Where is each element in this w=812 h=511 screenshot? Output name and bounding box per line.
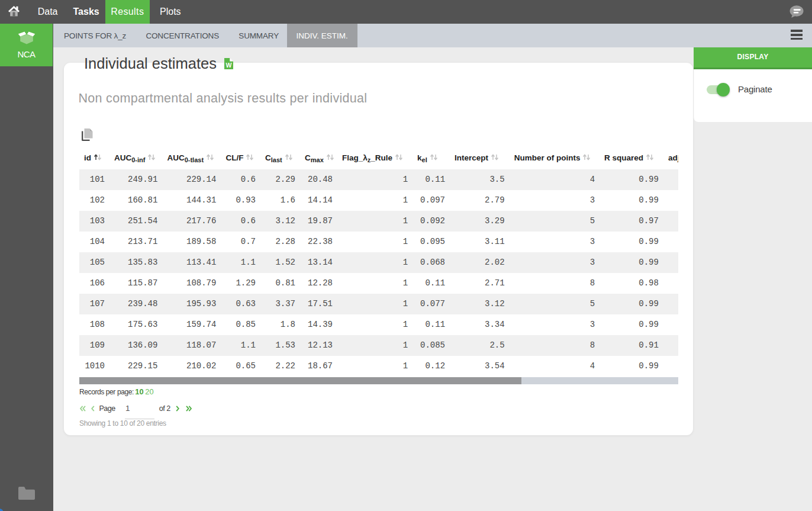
svg-text:W: W [225,62,231,69]
